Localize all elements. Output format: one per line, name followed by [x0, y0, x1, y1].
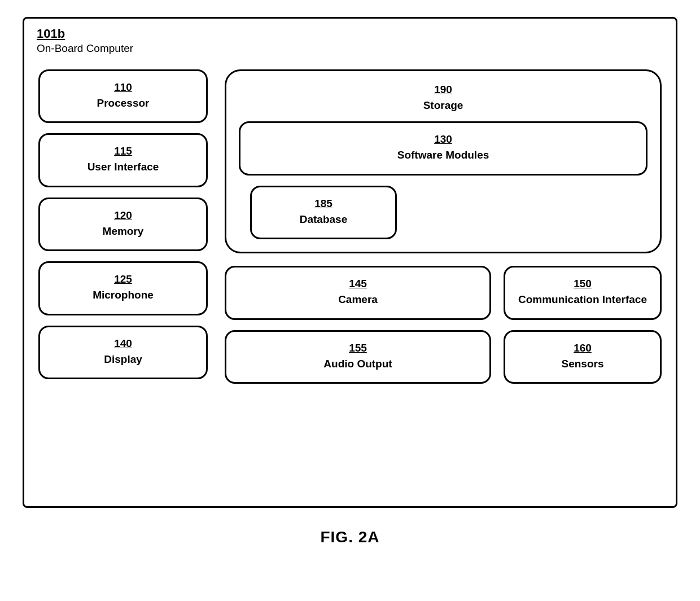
- component-name-database: Database: [300, 213, 348, 227]
- component-box-comm-interface: 150 Communication Interface: [504, 266, 662, 319]
- component-box-display: 140 Display: [38, 326, 208, 379]
- component-name-user-interface: User Interface: [88, 160, 159, 174]
- component-id-audio-output: 155: [349, 342, 367, 355]
- outer-box: 101b On-Board Computer 110 Processor 115…: [23, 17, 677, 508]
- component-name-comm-interface: Communication Interface: [518, 293, 647, 307]
- left-column: 110 Processor 115 User Interface 120 Mem…: [38, 69, 208, 379]
- storage-name: Storage: [239, 99, 648, 113]
- component-box-camera: 145 Camera: [225, 266, 491, 319]
- component-id-sensors: 160: [574, 342, 592, 355]
- component-name-sensors: Sensors: [562, 357, 604, 371]
- component-name-microphone: Microphone: [93, 288, 154, 302]
- component-id-database: 185: [314, 198, 333, 210]
- component-name-memory: Memory: [103, 225, 144, 239]
- component-box-sensors: 160 Sensors: [504, 330, 662, 384]
- bottom-right-area: 145 Camera 155 Audio Output 150: [225, 266, 662, 384]
- component-box-microphone: 125 Microphone: [38, 261, 208, 315]
- component-id-memory: 120: [114, 209, 132, 222]
- bottom-center-column: 145 Camera 155 Audio Output: [225, 266, 491, 384]
- component-name-software-modules: Software Modules: [397, 148, 489, 163]
- storage-header: 190 Storage: [239, 84, 648, 112]
- outer-box-name: On-Board Computer: [37, 42, 133, 55]
- outer-box-id: 101b: [37, 27, 133, 41]
- page-container: 101b On-Board Computer 110 Processor 115…: [23, 17, 677, 546]
- outer-box-label: 101b On-Board Computer: [37, 27, 133, 55]
- bottom-right-column: 150 Communication Interface 160 Sensors: [504, 266, 662, 384]
- component-box-database: 185 Database: [250, 186, 397, 239]
- component-id-software-modules: 130: [434, 133, 452, 146]
- component-box-audio-output: 155 Audio Output: [225, 330, 491, 384]
- figure-caption: FIG. 2A: [320, 528, 379, 546]
- component-box-user-interface: 115 User Interface: [38, 133, 208, 187]
- component-box-memory: 120 Memory: [38, 198, 208, 251]
- component-name-display: Display: [104, 353, 142, 367]
- storage-outer-box: 190 Storage 130 Software Modules 185 Dat…: [225, 69, 662, 253]
- component-id-camera: 145: [349, 278, 367, 291]
- component-box-software-modules: 130 Software Modules: [239, 121, 648, 175]
- component-id-comm-interface: 150: [574, 278, 592, 291]
- component-id-microphone: 125: [114, 273, 132, 286]
- storage-id: 190: [239, 84, 648, 96]
- component-id-processor: 110: [114, 81, 132, 94]
- right-area: 190 Storage 130 Software Modules 185 Dat…: [225, 69, 662, 384]
- main-layout: 110 Processor 115 User Interface 120 Mem…: [38, 69, 662, 384]
- component-box-processor: 110 Processor: [38, 69, 208, 123]
- component-name-audio-output: Audio Output: [323, 357, 392, 371]
- component-id-display: 140: [114, 337, 132, 350]
- storage-inner-boxes: 130 Software Modules 185 Database: [239, 121, 648, 239]
- component-name-processor: Processor: [97, 96, 150, 111]
- component-id-user-interface: 115: [114, 145, 132, 158]
- component-name-camera: Camera: [338, 293, 378, 307]
